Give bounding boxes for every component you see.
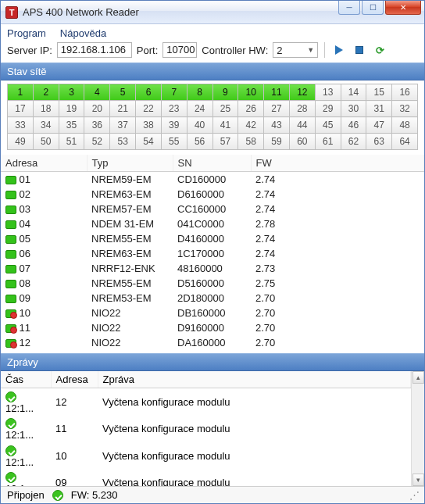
device-row[interactable]: 01NREM59-EMCD1600002.74 bbox=[1, 172, 424, 188]
network-cell[interactable]: 56 bbox=[187, 134, 212, 150]
network-cell[interactable]: 63 bbox=[366, 134, 392, 150]
refresh-button[interactable]: ⟳ bbox=[372, 42, 388, 58]
network-cell[interactable]: 39 bbox=[161, 117, 187, 134]
device-row[interactable]: 02NREM63-EMD61600002.74 bbox=[1, 187, 424, 202]
network-cell[interactable]: 24 bbox=[187, 101, 212, 117]
resize-grip-icon[interactable]: ⋰ bbox=[409, 489, 418, 501]
network-cell[interactable]: 50 bbox=[33, 134, 59, 150]
network-cell[interactable]: 61 bbox=[315, 134, 341, 150]
device-row[interactable]: 08NREM55-EMD51600002.75 bbox=[1, 276, 424, 291]
menu-program[interactable]: Program bbox=[7, 27, 46, 39]
network-cell[interactable]: 47 bbox=[366, 117, 392, 134]
menu-help[interactable]: Nápověda bbox=[60, 27, 106, 39]
network-cell[interactable]: 19 bbox=[59, 101, 84, 117]
network-cell[interactable]: 55 bbox=[161, 134, 187, 150]
network-cell[interactable]: 38 bbox=[136, 117, 162, 134]
network-cell[interactable]: 44 bbox=[289, 117, 315, 134]
network-cell[interactable]: 3 bbox=[59, 84, 84, 101]
network-cell[interactable]: 10 bbox=[238, 84, 264, 101]
device-row[interactable]: 09NREM53-EM2D1800002.70 bbox=[1, 291, 424, 306]
col-fw[interactable]: FW bbox=[251, 155, 424, 172]
network-cell[interactable]: 27 bbox=[264, 101, 290, 117]
network-cell[interactable]: 25 bbox=[212, 101, 238, 117]
network-cell[interactable]: 14 bbox=[341, 84, 366, 101]
network-cell[interactable]: 41 bbox=[212, 117, 238, 134]
network-cell[interactable]: 22 bbox=[136, 101, 162, 117]
network-cell[interactable]: 34 bbox=[33, 117, 59, 134]
stop-button[interactable] bbox=[352, 42, 367, 58]
device-row[interactable]: 04NDEM 31-EM041C00002.78 bbox=[1, 216, 424, 231]
close-button[interactable]: ✕ bbox=[385, 1, 421, 15]
network-cell[interactable]: 40 bbox=[187, 117, 212, 134]
col-address[interactable]: Adresa bbox=[1, 155, 87, 172]
network-cell[interactable]: 64 bbox=[392, 134, 418, 150]
col-type[interactable]: Typ bbox=[87, 155, 173, 172]
server-ip-input[interactable]: 192.168.1.106 bbox=[57, 42, 132, 58]
network-cell[interactable]: 15 bbox=[366, 84, 392, 101]
network-cell[interactable]: 35 bbox=[59, 117, 84, 134]
message-row[interactable]: 12:1...10Vyčtena konfigurace modulu bbox=[1, 442, 411, 470]
network-cell[interactable]: 46 bbox=[341, 117, 366, 134]
network-cell[interactable]: 17 bbox=[8, 101, 34, 117]
col-sn[interactable]: SN bbox=[173, 155, 251, 172]
network-cell[interactable]: 6 bbox=[136, 84, 162, 101]
network-cell[interactable]: 60 bbox=[289, 134, 315, 150]
controller-hw-select[interactable]: 2 ▼ bbox=[273, 42, 318, 58]
network-cell[interactable]: 51 bbox=[59, 134, 84, 150]
network-cell[interactable]: 7 bbox=[161, 84, 187, 101]
message-row[interactable]: 12:1...11Vyčtena konfigurace modulu bbox=[1, 416, 411, 443]
network-cell[interactable]: 42 bbox=[238, 117, 264, 134]
port-input[interactable]: 10700 bbox=[162, 42, 197, 58]
network-cell[interactable]: 33 bbox=[8, 117, 34, 134]
network-cell[interactable]: 45 bbox=[315, 117, 341, 134]
network-cell[interactable]: 12 bbox=[289, 84, 315, 101]
network-cell[interactable]: 16 bbox=[392, 84, 418, 101]
network-cell[interactable]: 9 bbox=[212, 84, 238, 101]
network-cell[interactable]: 5 bbox=[110, 84, 136, 101]
network-cell[interactable]: 30 bbox=[341, 101, 366, 117]
network-cell[interactable]: 8 bbox=[187, 84, 212, 101]
network-cell[interactable]: 23 bbox=[161, 101, 187, 117]
device-row[interactable]: 07NRRF12-ENK481600002.73 bbox=[1, 261, 424, 276]
network-cell[interactable]: 36 bbox=[84, 117, 110, 134]
network-cell[interactable]: 28 bbox=[289, 101, 315, 117]
network-cell[interactable]: 58 bbox=[238, 134, 264, 150]
device-row[interactable]: 11NIO22D91600002.70 bbox=[1, 320, 424, 335]
network-cell[interactable]: 29 bbox=[315, 101, 341, 117]
msg-col-address[interactable]: Adresa bbox=[51, 371, 98, 388]
maximize-button[interactable]: ☐ bbox=[362, 1, 384, 15]
minimize-button[interactable]: ─ bbox=[338, 1, 360, 15]
network-cell[interactable]: 37 bbox=[110, 117, 136, 134]
network-cell[interactable]: 48 bbox=[392, 117, 418, 134]
network-cell[interactable]: 4 bbox=[84, 84, 110, 101]
message-row[interactable]: 12:1...12Vyčtena konfigurace modulu bbox=[1, 388, 411, 416]
scroll-up-icon[interactable]: ▴ bbox=[412, 371, 424, 384]
network-cell[interactable]: 11 bbox=[264, 84, 290, 101]
scroll-down-icon[interactable]: ▾ bbox=[412, 474, 424, 486]
device-row[interactable]: 06NREM63-EM1C1700002.74 bbox=[1, 246, 424, 261]
network-cell[interactable]: 18 bbox=[33, 101, 59, 117]
msg-col-time[interactable]: Čas bbox=[1, 371, 51, 388]
network-cell[interactable]: 32 bbox=[392, 101, 418, 117]
network-cell[interactable]: 62 bbox=[341, 134, 366, 150]
network-cell[interactable]: 13 bbox=[315, 84, 341, 101]
messages-scrollbar[interactable]: ▴ ▾ bbox=[411, 371, 424, 486]
network-cell[interactable]: 53 bbox=[110, 134, 136, 150]
network-cell[interactable]: 57 bbox=[212, 134, 238, 150]
network-cell[interactable]: 21 bbox=[110, 101, 136, 117]
network-cell[interactable]: 26 bbox=[238, 101, 264, 117]
network-cell[interactable]: 49 bbox=[8, 134, 34, 150]
play-button[interactable] bbox=[331, 42, 347, 58]
msg-col-message[interactable]: Zpráva bbox=[98, 371, 411, 388]
network-cell[interactable]: 20 bbox=[84, 101, 110, 117]
device-row[interactable]: 05NREM55-EMD41600002.74 bbox=[1, 231, 424, 246]
device-row[interactable]: 12NIO22DA1600002.70 bbox=[1, 335, 424, 350]
network-cell[interactable]: 54 bbox=[136, 134, 162, 150]
device-row[interactable]: 03NREM57-EMCC1600002.74 bbox=[1, 202, 424, 216]
network-cell[interactable]: 1 bbox=[8, 84, 34, 101]
network-cell[interactable]: 31 bbox=[366, 101, 392, 117]
device-row[interactable]: 10NIO22DB1600002.70 bbox=[1, 306, 424, 320]
network-cell[interactable]: 2 bbox=[33, 84, 59, 101]
network-cell[interactable]: 52 bbox=[84, 134, 110, 150]
network-cell[interactable]: 59 bbox=[264, 134, 290, 150]
